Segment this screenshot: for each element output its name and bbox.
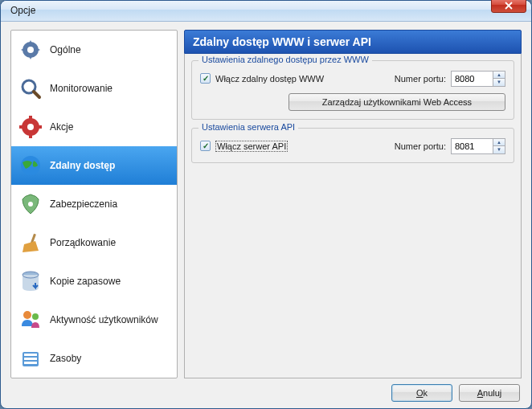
svg-rect-19 [24,362,37,364]
footer: Ok Anuluj [1,378,531,408]
checkbox-enable-www-label[interactable]: Włącz zdalny dostęp WWW [215,74,324,84]
sidebar-item-label: Zasoby [50,353,81,364]
svg-rect-5 [29,116,32,121]
cog-icon [19,116,42,138]
group-api: Ustawienia serwera API Włącz serwer API … [191,128,514,163]
sidebar-item-label: Ogólne [50,44,81,55]
www-port-spinner[interactable]: ▲ ▼ [451,71,505,87]
api-port-spinner[interactable]: ▲ ▼ [451,138,505,154]
group-www-title: Ustawienia zdalnego dostępu przez WWW [198,55,372,64]
api-port-input[interactable] [451,138,493,154]
sidebar-item-actions[interactable]: Akcje [11,108,177,146]
sidebar-item-backups[interactable]: Kopie zapasowe [11,262,177,301]
globe-icon [19,154,42,177]
svg-rect-18 [24,358,37,360]
sidebar-item-label: Zabezpieczenia [50,198,117,210]
sidebar-item-label: Porządkowanie [50,237,116,248]
gear-icon [19,39,42,61]
search-icon [19,77,42,100]
sidebar-item-security[interactable]: Zabezpieczenia [11,185,177,223]
content-area: Ogólne Monitorowanie Akcje Zdalny dostęp [1,22,531,378]
manage-web-users-button[interactable]: Zarządzaj użytkownikami Web Access [289,93,505,111]
svg-point-4 [27,124,34,130]
shield-icon [19,193,42,215]
users-icon [19,309,42,331]
sidebar-item-label: Akcje [50,121,73,133]
close-icon [504,2,514,10]
sidebar-item-cleanup[interactable]: Porządkowanie [11,223,177,262]
folder-icon [19,347,42,370]
www-port-label: Numer portu: [395,74,446,84]
sidebar-item-label: Kopie zapasowe [50,276,121,287]
svg-point-1 [27,47,34,53]
sidebar-item-label: Aktywność użytkowników [50,314,158,325]
api-port-label: Numer portu: [395,141,446,151]
cancel-button[interactable]: Anuluj [459,384,520,402]
checkbox-enable-api[interactable] [200,141,211,151]
spinner-down-icon[interactable]: ▼ [493,146,505,153]
sidebar-item-monitoring[interactable]: Monitorowanie [11,69,177,108]
checkbox-enable-www[interactable] [200,73,211,84]
ok-button[interactable]: Ok [391,384,452,402]
svg-rect-8 [37,125,42,129]
svg-point-14 [23,311,31,319]
sidebar-item-general[interactable]: Ogólne [11,31,177,69]
spinner-up-icon[interactable]: ▲ [493,72,505,80]
spinner-down-icon[interactable]: ▼ [493,79,505,86]
group-www: Ustawienia zdalnego dostępu przez WWW Wł… [191,60,514,120]
panel-title: Zdalny dostęp WWW i serwer API [184,30,522,54]
svg-rect-6 [29,133,32,138]
sidebar-item-user-activity[interactable]: Aktywność użytkowników [11,301,177,339]
titlebar[interactable]: Opcje [1,1,531,22]
close-button[interactable] [491,0,526,13]
window-title: Opcje [10,5,491,16]
sidebar-item-resources[interactable]: Zasoby [11,339,177,378]
svg-point-10 [28,202,33,207]
main-panel: Zdalny dostęp WWW i serwer API Ustawieni… [184,30,522,378]
options-window: Opcje Ogólne Monitorowanie [0,0,532,409]
svg-point-15 [32,313,39,320]
panel-body: Ustawienia zdalnego dostępu przez WWW Wł… [184,54,522,378]
svg-rect-17 [24,354,37,356]
spinner-up-icon[interactable]: ▲ [493,139,505,147]
sidebar-item-label: Zdalny dostęp [50,160,115,171]
sidebar-item-remote-access[interactable]: Zdalny dostęp [11,146,177,185]
www-port-input[interactable] [451,71,493,87]
database-icon [19,270,42,292]
sidebar-item-label: Monitorowanie [50,83,113,94]
svg-rect-7 [19,125,24,129]
group-api-title: Ustawienia serwera API [198,122,298,132]
checkbox-enable-api-label[interactable]: Włącz serwer API [215,141,288,152]
broom-icon [19,231,42,254]
sidebar: Ogólne Monitorowanie Akcje Zdalny dostęp [10,30,178,378]
